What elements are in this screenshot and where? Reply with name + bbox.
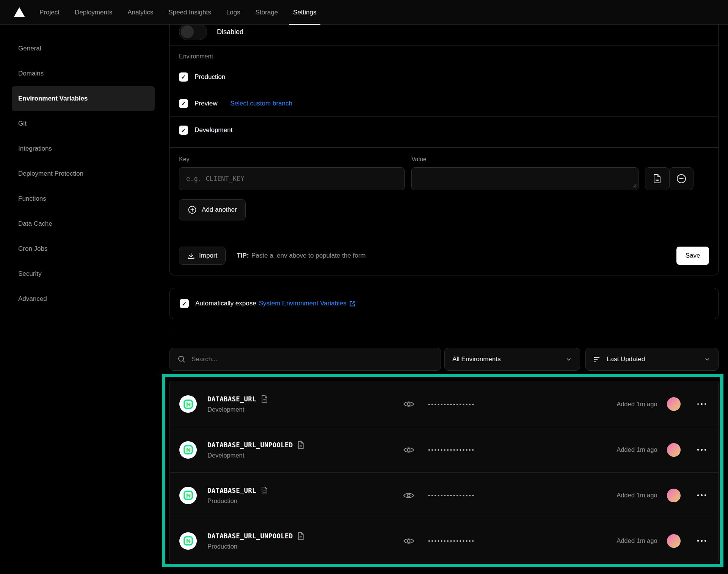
divider	[169, 333, 719, 333]
nav-tab-storage[interactable]: Storage	[253, 0, 281, 25]
env-var-environment: Production	[207, 543, 403, 550]
production-label: Production	[195, 73, 225, 81]
disabled-label: Disabled	[217, 28, 243, 36]
save-button[interactable]: Save	[676, 247, 709, 265]
env-var-name-block: DATABASE_URL Production	[207, 486, 403, 505]
value-input[interactable]	[411, 167, 639, 190]
check-icon: ✓	[181, 127, 186, 133]
row-menu-button[interactable]	[697, 492, 707, 499]
environment-row-development: ✓ Development	[170, 117, 718, 143]
row-menu-button[interactable]	[697, 401, 707, 407]
disabled-toggle[interactable]	[179, 25, 207, 40]
add-another-button[interactable]: Add another	[179, 199, 246, 220]
reveal-value-eye-icon[interactable]	[403, 536, 414, 546]
masked-value: •••••••••••••••	[428, 492, 475, 498]
user-avatar	[667, 489, 681, 502]
env-var-name: DATABASE_URL	[207, 395, 256, 403]
disabled-toggle-row: Disabled	[170, 25, 718, 46]
sidebar-item-security[interactable]: Security	[0, 261, 167, 286]
vercel-logo-icon[interactable]	[14, 7, 25, 17]
check-icon: ✓	[182, 301, 187, 307]
nav-tab-settings[interactable]: Settings	[291, 0, 318, 25]
env-var-value: •••••••••••••••	[403, 399, 475, 409]
sidebar-item-integrations[interactable]: Integrations	[0, 136, 167, 161]
env-var-value: •••••••••••••••	[403, 445, 475, 454]
env-var-environment: Development	[207, 406, 403, 413]
user-avatar	[667, 443, 681, 457]
paste-env-file-button[interactable]	[645, 167, 669, 190]
filter-row: All Environments Last Updated	[169, 348, 719, 371]
reveal-value-eye-icon[interactable]	[403, 399, 414, 409]
env-var-row: DATABASE_URL_UNPOOLED Development ••••••…	[170, 427, 718, 472]
env-var-table: DATABASE_URL Development •••••••••••••••…	[169, 381, 719, 563]
row-menu-button[interactable]	[697, 538, 707, 544]
env-var-row: DATABASE_URL Production ••••••••••••••• …	[170, 472, 718, 518]
env-var-form-panel: Disabled Environment ✓ Production ✓ Prev…	[169, 25, 719, 275]
sidebar-item-environment-variables[interactable]: Environment Variables	[12, 86, 155, 111]
environment-section-label: Environment	[170, 46, 718, 64]
note-icon[interactable]	[297, 532, 304, 540]
added-timestamp: Added 1m ago	[617, 446, 657, 453]
minus-circle-icon	[676, 173, 687, 184]
sidebar-item-deployment-protection[interactable]: Deployment Protection	[0, 161, 167, 186]
nav-tab-project[interactable]: Project	[37, 0, 62, 25]
env-var-meta: Added 1m ago	[617, 397, 707, 411]
env-var-value: •••••••••••••••	[403, 536, 475, 546]
env-var-meta: Added 1m ago	[617, 534, 707, 548]
main-content: Disabled Environment ✓ Production ✓ Prev…	[169, 25, 719, 563]
sidebar-item-data-cache[interactable]: Data Cache	[0, 211, 167, 236]
production-checkbox[interactable]: ✓	[179, 72, 188, 82]
note-icon[interactable]	[297, 441, 304, 449]
neon-integration-icon	[179, 487, 197, 504]
env-var-name: DATABASE_URL	[207, 487, 256, 494]
system-env-checkbox[interactable]: ✓	[180, 299, 189, 308]
import-button[interactable]: Import	[179, 247, 226, 265]
select-custom-branch-link[interactable]: Select custom branch	[230, 100, 292, 107]
masked-value: •••••••••••••••	[428, 447, 475, 453]
added-timestamp: Added 1m ago	[617, 537, 657, 544]
remove-row-button[interactable]	[669, 167, 693, 190]
key-input[interactable]	[179, 167, 405, 190]
system-env-panel: ✓ Automatically expose System Environmen…	[169, 288, 719, 319]
row-menu-button[interactable]	[697, 447, 707, 453]
env-var-meta: Added 1m ago	[617, 489, 707, 502]
preview-checkbox[interactable]: ✓	[179, 99, 188, 108]
check-icon: ✓	[181, 101, 186, 106]
top-nav: Project Deployments Analytics Speed Insi…	[0, 0, 728, 25]
neon-integration-icon	[179, 532, 197, 550]
sort-dropdown[interactable]: Last Updated	[585, 348, 719, 371]
reveal-value-eye-icon[interactable]	[403, 491, 414, 500]
download-icon	[187, 252, 195, 259]
sidebar-item-domains[interactable]: Domains	[0, 61, 167, 86]
masked-value: •••••••••••••••	[428, 401, 475, 407]
sidebar-item-functions[interactable]: Functions	[0, 186, 167, 211]
masked-value: •••••••••••••••	[428, 538, 475, 544]
environment-section: Environment ✓ Production ✓ Preview Selec…	[170, 46, 718, 148]
plus-circle-icon	[188, 205, 197, 214]
sort-value: Last Updated	[607, 355, 645, 363]
env-var-environment: Development	[207, 452, 403, 459]
neon-integration-icon	[179, 395, 197, 413]
note-icon[interactable]	[261, 395, 268, 403]
environment-filter-dropdown[interactable]: All Environments	[444, 348, 580, 371]
nav-tab-logs[interactable]: Logs	[224, 0, 243, 25]
nav-tab-deployments[interactable]: Deployments	[72, 0, 115, 25]
development-checkbox[interactable]: ✓	[179, 126, 188, 135]
external-link-icon	[349, 300, 356, 307]
added-timestamp: Added 1m ago	[617, 492, 657, 499]
sidebar-item-general[interactable]: General	[0, 36, 167, 61]
env-var-name: DATABASE_URL_UNPOOLED	[207, 441, 293, 449]
toggle-knob	[181, 25, 194, 38]
search-input[interactable]	[191, 355, 433, 363]
nav-tabs: Project Deployments Analytics Speed Insi…	[37, 0, 329, 25]
user-avatar	[667, 534, 681, 548]
nav-tab-analytics[interactable]: Analytics	[125, 0, 155, 25]
system-env-link[interactable]: System Environment Variables	[259, 300, 347, 307]
note-icon[interactable]	[261, 486, 268, 495]
sidebar-item-git[interactable]: Git	[0, 111, 167, 136]
sidebar-item-advanced[interactable]: Advanced	[0, 286, 167, 311]
reveal-value-eye-icon[interactable]	[403, 445, 414, 454]
value-label: Value	[411, 156, 639, 167]
nav-tab-speed-insights[interactable]: Speed Insights	[166, 0, 213, 25]
sidebar-item-cron-jobs[interactable]: Cron Jobs	[0, 236, 167, 261]
